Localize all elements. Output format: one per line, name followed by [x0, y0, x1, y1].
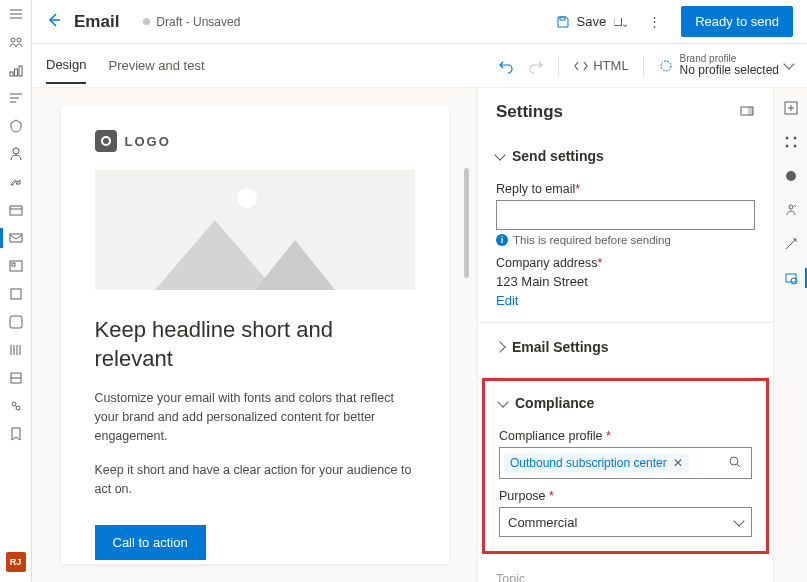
remove-tag-icon[interactable]: ✕: [673, 456, 683, 470]
brand-profile-selector[interactable]: Brand profile No profile selected: [658, 53, 793, 77]
svg-point-1: [17, 38, 21, 42]
topic-label: Topic: [496, 572, 755, 582]
nav-item-3[interactable]: [8, 90, 24, 106]
undo-button[interactable]: [498, 58, 514, 74]
cta-button[interactable]: Call to action: [95, 525, 206, 560]
svg-point-0: [11, 38, 15, 42]
svg-point-24: [786, 171, 796, 181]
more-menu[interactable]: ⋮: [640, 10, 669, 33]
body-text-1[interactable]: Customize your email with fonts and colo…: [95, 389, 415, 445]
dock-panel-icon[interactable]: [739, 103, 755, 122]
send-settings-header[interactable]: Send settings: [496, 140, 755, 172]
sub-bar: Design Preview and test HTML Brand profi…: [32, 44, 807, 88]
page-title: Email: [74, 12, 119, 32]
nav-item-4[interactable]: [8, 118, 24, 134]
user-avatar[interactable]: RJ: [6, 552, 26, 572]
svg-rect-14: [560, 17, 565, 20]
nav-item-14[interactable]: [8, 398, 24, 414]
body-text-2[interactable]: Keep it short and have a clear action fo…: [95, 461, 415, 499]
search-icon[interactable]: [727, 454, 747, 473]
chevron-down-icon: [783, 58, 794, 69]
settings-panel: Settings Send settings Reply to email* i…: [477, 88, 773, 582]
nav-item-13[interactable]: [8, 370, 24, 386]
svg-rect-10: [11, 289, 21, 299]
email-canvas-area: LOGO Keep headline short and relevant Cu…: [32, 88, 477, 582]
back-button[interactable]: [46, 12, 62, 31]
svg-point-20: [785, 137, 788, 140]
tab-design[interactable]: Design: [46, 57, 86, 84]
compliance-header[interactable]: Compliance: [499, 387, 752, 419]
svg-rect-2: [10, 72, 13, 76]
save-split-chevron[interactable]: ⌄: [614, 18, 622, 26]
nav-item-2[interactable]: [8, 62, 24, 78]
left-nav-rail: RJ: [0, 0, 32, 582]
ready-to-send-button[interactable]: Ready to send: [681, 6, 793, 37]
journey-icon[interactable]: [783, 236, 799, 252]
svg-point-22: [785, 145, 788, 148]
reply-to-hint: iThis is required before sending: [496, 234, 755, 246]
svg-rect-4: [19, 66, 22, 76]
chevron-down-icon: [494, 149, 505, 160]
purpose-select[interactable]: Commercial: [499, 507, 752, 537]
svg-point-15: [661, 61, 671, 71]
sections-icon[interactable]: [783, 134, 799, 150]
reply-to-label: Reply to email*: [496, 182, 755, 196]
top-bar: Email Draft - Unsaved Save ⌄ ⋮ Ready to …: [32, 0, 807, 44]
svg-point-21: [793, 137, 796, 140]
nav-item-6[interactable]: [8, 174, 24, 190]
nav-item-15[interactable]: [8, 426, 24, 442]
nav-item-7[interactable]: [8, 202, 24, 218]
nav-item-12[interactable]: [8, 342, 24, 358]
purpose-label: Purpose *: [499, 489, 752, 503]
save-button[interactable]: Save ⌄: [549, 10, 629, 34]
svg-point-25: [789, 205, 793, 209]
compliance-profile-label: Compliance profile *: [499, 429, 752, 443]
svg-point-18: [730, 457, 738, 465]
nav-item-11[interactable]: [8, 314, 24, 330]
info-icon: i: [496, 234, 508, 246]
svg-point-23: [793, 145, 796, 148]
settings-tool-icon[interactable]: [783, 270, 799, 286]
personalize-icon[interactable]: [783, 202, 799, 218]
theme-icon[interactable]: [783, 168, 799, 184]
hamburger-icon[interactable]: [8, 6, 24, 22]
nav-item-9[interactable]: [8, 258, 24, 274]
compliance-profile-field[interactable]: Outbound subscription center ✕: [499, 447, 752, 479]
nav-item-1[interactable]: [8, 34, 24, 50]
draft-status: Draft - Unsaved: [143, 15, 240, 29]
svg-rect-3: [14, 69, 17, 76]
tab-preview[interactable]: Preview and test: [108, 58, 204, 83]
company-address-value: 123 Main Street: [496, 274, 755, 289]
svg-rect-17: [748, 107, 753, 115]
svg-rect-11: [10, 316, 22, 328]
reply-to-input[interactable]: [496, 200, 755, 230]
chevron-right-icon: [494, 341, 505, 352]
email-canvas[interactable]: LOGO Keep headline short and relevant Cu…: [61, 106, 449, 564]
headline-text[interactable]: Keep headline short and relevant: [95, 316, 415, 373]
logo-block[interactable]: LOGO: [95, 130, 415, 152]
html-toggle[interactable]: HTML: [573, 58, 628, 74]
scrollbar[interactable]: [464, 168, 469, 278]
company-address-label: Company address*: [496, 256, 755, 270]
email-settings-header[interactable]: Email Settings: [496, 331, 755, 363]
compliance-section-highlight: Compliance Compliance profile * Outbound…: [482, 378, 769, 554]
svg-point-5: [13, 148, 19, 154]
edit-address-link[interactable]: Edit: [496, 293, 518, 308]
chevron-down-icon: [733, 515, 744, 526]
redo-button[interactable]: [528, 58, 544, 74]
image-placeholder[interactable]: [95, 170, 415, 290]
svg-rect-6: [10, 206, 22, 215]
add-element-icon[interactable]: [783, 100, 799, 116]
right-tool-rail: [773, 88, 807, 582]
nav-item-email[interactable]: [8, 230, 24, 246]
svg-rect-9: [12, 263, 15, 266]
nav-item-5[interactable]: [8, 146, 24, 162]
nav-item-10[interactable]: [8, 286, 24, 302]
compliance-profile-tag: Outbound subscription center ✕: [504, 453, 689, 473]
chevron-down-icon: [497, 396, 508, 407]
svg-rect-7: [10, 234, 22, 242]
settings-title: Settings: [496, 102, 563, 122]
